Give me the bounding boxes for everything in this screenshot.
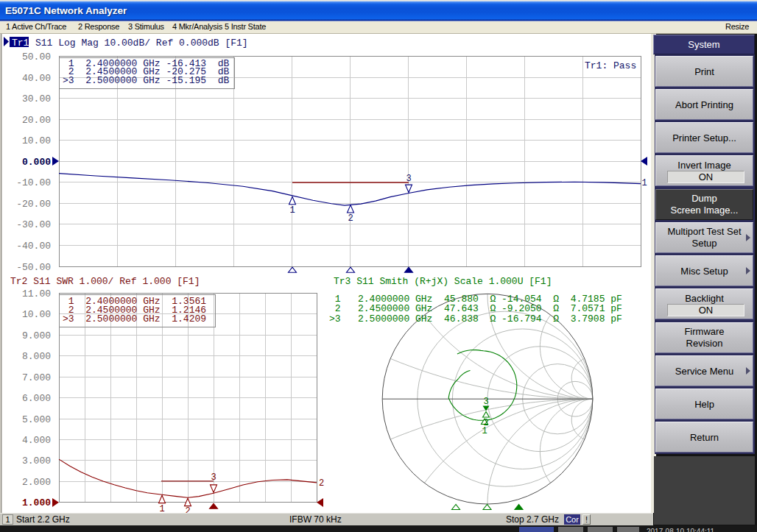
svg-text:11.00: 11.00 bbox=[22, 288, 51, 299]
svg-text:50.00: 50.00 bbox=[22, 52, 51, 63]
svg-text:2: 2 bbox=[348, 213, 353, 224]
svg-text:S11 Log Mag 10.00dB/ Ref 0.000: S11 Log Mag 10.00dB/ Ref 0.000dB [F1] bbox=[35, 38, 248, 49]
svg-text:Tr1: Pass: Tr1: Pass bbox=[585, 60, 636, 71]
svg-text:40.00: 40.00 bbox=[22, 73, 51, 84]
svg-text:0.000: 0.000 bbox=[22, 157, 51, 168]
svg-text:3.000: 3.000 bbox=[22, 455, 51, 467]
svg-text:3: 3 bbox=[406, 174, 411, 184]
svg-text:5.000: 5.000 bbox=[22, 414, 51, 425]
svg-text:1: 1 bbox=[159, 504, 164, 513]
svg-text:1: 1 bbox=[642, 178, 647, 188]
svg-text:-40.00: -40.00 bbox=[16, 241, 51, 252]
svg-text:Tr3 S11 Smith (R+jX) Scale 1.0: Tr3 S11 Smith (R+jX) Scale 1.000U [F1] bbox=[334, 276, 552, 287]
svg-text:10.00: 10.00 bbox=[22, 135, 51, 146]
svg-text:1: 1 bbox=[289, 205, 295, 216]
svg-text:10.00: 10.00 bbox=[22, 309, 51, 320]
svg-text:1: 1 bbox=[482, 426, 487, 436]
svg-text:8.000: 8.000 bbox=[22, 351, 51, 362]
svg-text:1.000: 1.000 bbox=[22, 497, 51, 508]
svg-text:3: 3 bbox=[483, 397, 488, 407]
svg-text:-10.00: -10.00 bbox=[16, 177, 51, 188]
svg-text:7.000: 7.000 bbox=[22, 372, 51, 383]
svg-text:9.000: 9.000 bbox=[22, 330, 51, 341]
svg-text:>3 2.5000000 GHz -15.195 dB: >3 2.5000000 GHz -15.195 dB bbox=[63, 75, 229, 86]
svg-text:-30.00: -30.00 bbox=[16, 219, 51, 230]
svg-text:2.000: 2.000 bbox=[22, 477, 51, 488]
svg-text:>3 2.5000000 GHz 1.4209: >3 2.5000000 GHz 1.4209 bbox=[63, 313, 206, 324]
svg-text:20.00: 20.00 bbox=[22, 115, 51, 126]
svg-text:-50.00: -50.00 bbox=[16, 262, 51, 273]
svg-text:>3 2.5000000 GHz 46.838 Ω: >3 2.5000000 GHz 46.838 Ω -16.794 Ω 3.79… bbox=[329, 313, 622, 324]
svg-text:30.00: 30.00 bbox=[22, 93, 51, 104]
svg-text:2: 2 bbox=[319, 478, 324, 489]
svg-text:-20.00: -20.00 bbox=[16, 199, 51, 210]
svg-text:3: 3 bbox=[211, 472, 216, 483]
svg-text:Tr1: Tr1 bbox=[12, 38, 29, 49]
svg-text:6.000: 6.000 bbox=[22, 393, 51, 404]
svg-text:4.000: 4.000 bbox=[22, 435, 51, 446]
svg-text:Tr2 S11 SWR 1.000/ Ref 1.000 [: Tr2 S11 SWR 1.000/ Ref 1.000 [F1] bbox=[10, 276, 200, 287]
svg-text:2: 2 bbox=[185, 506, 190, 513]
